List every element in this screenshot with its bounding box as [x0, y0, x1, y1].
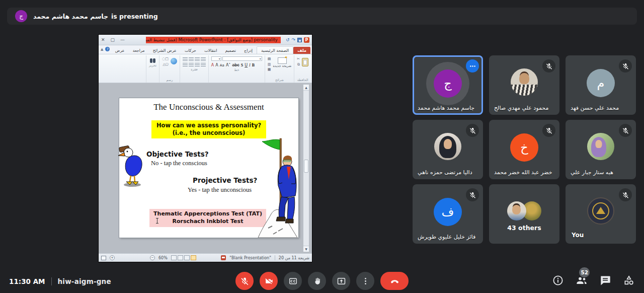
more-options-icon	[361, 276, 370, 286]
ppt-tab-view: عرض	[111, 47, 129, 54]
more-options-button[interactable]	[356, 272, 374, 290]
scroll-down-icon: ▼	[303, 246, 309, 252]
mic-muted-indicator	[466, 124, 479, 137]
ribbon-group-clipboard: ✂⧉ الحافظة	[294, 55, 311, 83]
find-icon	[150, 58, 155, 63]
participant-tile[interactable]: خ خضر عبد الله خضر محمد	[489, 120, 559, 179]
shared-screen-powerpoint[interactable]: ✕ ▢ — personality [وضع التوافق] - Micros…	[98, 34, 312, 262]
captions-icon	[288, 276, 298, 286]
avatar: خ	[510, 133, 538, 162]
clock-time: 11:30 AM	[9, 277, 45, 285]
mic-off-icon	[469, 191, 476, 199]
redo-icon: ↷	[291, 38, 295, 42]
collapse-ribbon-icon: ▲	[101, 47, 103, 51]
ppt-status-bar: + − 60% "Blank Presentation" شريحة 11 من…	[99, 253, 312, 262]
mic-muted-indicator	[619, 188, 632, 201]
presenter-avatar-letter: ج	[19, 13, 23, 20]
participant-tile-presenter[interactable]: ج جاسم محمد هاشم محمد	[413, 55, 483, 115]
close-window-icon: ✕	[101, 38, 105, 42]
presenting-label: is presenting	[111, 13, 158, 20]
ppt-slide-workspace: The Unconscious & Assessment How can we …	[99, 83, 312, 253]
zoom-in-icon: +	[110, 255, 115, 260]
meeting-details-button[interactable]	[552, 274, 564, 286]
chat-button[interactable]	[599, 274, 611, 286]
slide-tests-box: Thematic Apperceptions Test (TAT) Rorsch…	[149, 209, 266, 227]
mic-off-icon	[622, 191, 629, 199]
tile-options-button[interactable]	[466, 59, 479, 72]
participant-tile[interactable]: داليا مرتضى حمزه ناهي	[413, 120, 483, 179]
end-call-icon	[390, 276, 399, 286]
fit-slide-icon	[101, 256, 106, 260]
participant-name: جاسم محمد هاشم محمد	[418, 105, 474, 111]
activities-button[interactable]	[623, 274, 635, 286]
slide-projective-heading: Projective Tests?	[193, 176, 257, 184]
scrollbar-thumb	[304, 160, 308, 173]
present-button[interactable]	[332, 272, 350, 290]
mic-muted-indicator	[619, 59, 632, 72]
participant-name: فائز خليل عليوي طويرش	[418, 234, 475, 240]
mic-off-icon	[622, 127, 629, 134]
spellcheck-icon	[221, 255, 226, 260]
more-options-icon	[469, 62, 476, 70]
save-icon	[297, 38, 302, 42]
participant-tile[interactable]: محمود علي مهدي صالح	[489, 55, 559, 115]
minimize-window-icon: —	[120, 38, 125, 42]
mic-off-icon	[622, 62, 629, 70]
dodo-bird-clipart	[117, 142, 148, 188]
ribbon-group-font: ▾▾ AAAaA˄abcSUIB خط	[208, 55, 265, 83]
mic-off-icon	[545, 62, 553, 70]
participant-grid: ج جاسم محمد هاشم محمد محمود علي مهدي صال…	[413, 55, 636, 244]
ribbon-group-editing: تحرير	[146, 55, 159, 83]
mic-toggle-button[interactable]	[235, 272, 254, 290]
ppt-tab-review: مراجعة	[129, 47, 149, 54]
hand-icon	[312, 276, 322, 286]
participant-name: هبه ستار جبار علي	[571, 169, 613, 176]
camera-off-icon	[264, 276, 274, 286]
participant-name: محمد علي حسن فهد	[571, 105, 619, 111]
mic-off-icon	[469, 127, 476, 134]
participant-photo	[587, 133, 614, 160]
presenter-name: جاسم محمد هاشم محمد	[33, 13, 108, 20]
others-tile[interactable]: 43 others	[489, 184, 559, 244]
slide-projective-answer: Yes - tap the unconscious	[188, 186, 252, 194]
captions-button[interactable]	[284, 272, 302, 290]
ppt-ribbon: ✂⧉ الحافظة شريحة جديدة ▤▥▦ شرائح ▾▾ AAAa…	[99, 54, 312, 83]
avatar: ف	[434, 198, 462, 226]
self-name: You	[572, 232, 584, 239]
ppt-ribbon-tabs: ملف الصفحة الرئيسية إدراج تصميم انتقالات…	[99, 45, 312, 54]
participant-tile[interactable]: ف فائز خليل عليوي طويرش	[413, 184, 483, 244]
participant-tile[interactable]: م محمد علي حسن فهد	[566, 55, 636, 115]
ppt-tab-design: تصميم	[221, 47, 240, 54]
help-icon: ?	[105, 47, 110, 51]
activities-icon	[623, 274, 635, 286]
participant-tile[interactable]: هبه ستار جبار علي	[566, 120, 636, 179]
ppt-tab-home: الصفحة الرئيسية	[257, 46, 293, 54]
ribbon-group-drawing: □◌⬠△ رسم	[159, 55, 180, 83]
audio-ring: ج	[426, 62, 469, 105]
slide-title: The Unconscious & Assessment	[119, 102, 298, 112]
divider	[51, 277, 52, 285]
slide-objective-answer: No - tap the conscious	[151, 160, 207, 167]
participant-photo	[434, 133, 461, 160]
mic-muted-indicator	[542, 124, 555, 137]
participants-button[interactable]: 52	[576, 274, 588, 286]
self-tile[interactable]: You	[566, 184, 636, 244]
raise-hand-button[interactable]	[308, 272, 326, 290]
participant-name: خضر عبد الله خضر محمد	[494, 169, 552, 176]
slide-canvas: The Unconscious & Assessment How can we …	[119, 98, 298, 238]
ppt-zoom-level: 60%	[158, 256, 168, 260]
leave-call-button[interactable]	[380, 272, 409, 290]
ppt-titlebar: ✕ ▢ — personality [وضع التوافق] - Micros…	[99, 35, 312, 45]
camera-toggle-button[interactable]	[260, 272, 278, 290]
ribbon-group-paragraph: فقرة	[180, 55, 208, 83]
ppt-quick-access-toolbar: ↺ ↷ P	[286, 37, 309, 43]
ppt-presentation-name: "Blank Presentation"	[229, 256, 271, 260]
ppt-tab-insert: إدراج	[240, 47, 257, 54]
info-icon	[552, 274, 564, 286]
ppt-tab-animations: حركات	[181, 47, 200, 54]
participant-name: محمود علي مهدي صالح	[494, 105, 548, 111]
man-with-flag-clipart	[253, 137, 298, 238]
mic-off-icon	[545, 127, 553, 134]
mic-muted-indicator	[542, 59, 555, 72]
call-controls	[235, 272, 409, 290]
